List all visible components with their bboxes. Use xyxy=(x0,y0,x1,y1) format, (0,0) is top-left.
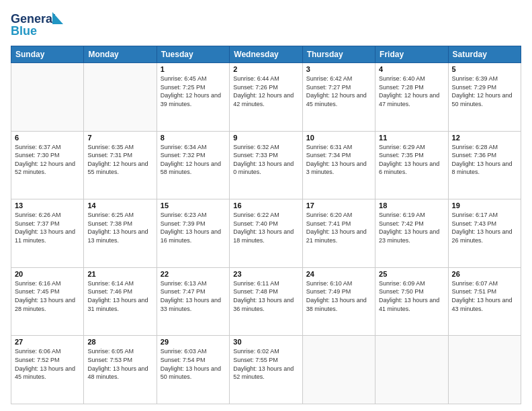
calendar-day-cell: 11Sunrise: 6:29 AM Sunset: 7:35 PM Dayli… xyxy=(375,131,448,199)
calendar-day-cell: 24Sunrise: 6:10 AM Sunset: 7:49 PM Dayli… xyxy=(302,267,375,336)
day-of-week-header: Thursday xyxy=(302,46,375,63)
calendar-header-row: SundayMondayTuesdayWednesdayThursdayFrid… xyxy=(11,46,521,63)
day-info: Sunrise: 6:16 AM Sunset: 7:45 PM Dayligh… xyxy=(15,279,80,313)
day-number: 7 xyxy=(87,134,152,142)
day-number: 30 xyxy=(233,338,298,346)
calendar-week-row: 13Sunrise: 6:26 AM Sunset: 7:37 PM Dayli… xyxy=(11,199,521,268)
logo-svg: GeneralBlue xyxy=(11,11,64,40)
day-info: Sunrise: 6:35 AM Sunset: 7:31 PM Dayligh… xyxy=(87,143,152,177)
calendar-day-cell xyxy=(448,336,521,404)
day-number: 3 xyxy=(306,65,371,73)
calendar-day-cell: 6Sunrise: 6:37 AM Sunset: 7:30 PM Daylig… xyxy=(11,131,84,199)
calendar-day-cell: 20Sunrise: 6:16 AM Sunset: 7:45 PM Dayli… xyxy=(11,267,84,336)
page-header: GeneralBlue xyxy=(11,11,521,40)
day-number: 29 xyxy=(161,338,226,346)
day-info: Sunrise: 6:32 AM Sunset: 7:33 PM Dayligh… xyxy=(233,143,298,177)
logo: GeneralBlue xyxy=(11,11,64,40)
day-info: Sunrise: 6:45 AM Sunset: 7:25 PM Dayligh… xyxy=(161,75,226,108)
day-number: 2 xyxy=(233,65,298,73)
calendar-week-row: 27Sunrise: 6:06 AM Sunset: 7:52 PM Dayli… xyxy=(11,336,521,404)
day-info: Sunrise: 6:05 AM Sunset: 7:53 PM Dayligh… xyxy=(87,347,152,381)
calendar-day-cell: 8Sunrise: 6:34 AM Sunset: 7:32 PM Daylig… xyxy=(157,131,229,199)
day-info: Sunrise: 6:13 AM Sunset: 7:47 PM Dayligh… xyxy=(161,279,226,313)
calendar-day-cell: 3Sunrise: 6:42 AM Sunset: 7:27 PM Daylig… xyxy=(302,63,375,132)
day-number: 23 xyxy=(233,270,298,278)
calendar-day-cell: 26Sunrise: 6:07 AM Sunset: 7:51 PM Dayli… xyxy=(448,267,521,336)
day-info: Sunrise: 6:39 AM Sunset: 7:29 PM Dayligh… xyxy=(452,75,517,108)
day-info: Sunrise: 6:26 AM Sunset: 7:37 PM Dayligh… xyxy=(15,211,80,244)
calendar-day-cell: 25Sunrise: 6:09 AM Sunset: 7:50 PM Dayli… xyxy=(375,267,448,336)
day-number: 15 xyxy=(161,201,226,210)
day-number: 5 xyxy=(452,65,517,73)
calendar-day-cell xyxy=(302,336,375,404)
day-number: 22 xyxy=(161,270,226,278)
day-of-week-header: Tuesday xyxy=(157,46,229,63)
calendar-day-cell: 10Sunrise: 6:31 AM Sunset: 7:34 PM Dayli… xyxy=(302,131,375,199)
calendar-day-cell: 19Sunrise: 6:17 AM Sunset: 7:43 PM Dayli… xyxy=(448,199,521,268)
calendar-day-cell xyxy=(84,63,157,132)
day-info: Sunrise: 6:44 AM Sunset: 7:26 PM Dayligh… xyxy=(233,75,298,108)
calendar-day-cell: 5Sunrise: 6:39 AM Sunset: 7:29 PM Daylig… xyxy=(448,63,521,132)
day-number: 16 xyxy=(233,201,298,210)
calendar-day-cell xyxy=(11,63,84,132)
calendar-day-cell: 15Sunrise: 6:23 AM Sunset: 7:39 PM Dayli… xyxy=(157,199,229,268)
day-info: Sunrise: 6:19 AM Sunset: 7:42 PM Dayligh… xyxy=(379,211,444,244)
day-number: 13 xyxy=(15,201,80,210)
day-info: Sunrise: 6:14 AM Sunset: 7:46 PM Dayligh… xyxy=(87,279,152,313)
day-info: Sunrise: 6:31 AM Sunset: 7:34 PM Dayligh… xyxy=(306,143,371,177)
day-number: 6 xyxy=(15,134,80,142)
day-number: 8 xyxy=(161,134,226,142)
day-number: 28 xyxy=(87,338,152,346)
calendar-day-cell: 16Sunrise: 6:22 AM Sunset: 7:40 PM Dayli… xyxy=(230,199,302,268)
calendar-day-cell: 23Sunrise: 6:11 AM Sunset: 7:48 PM Dayli… xyxy=(230,267,302,336)
day-number: 25 xyxy=(379,270,444,278)
calendar-week-row: 20Sunrise: 6:16 AM Sunset: 7:45 PM Dayli… xyxy=(11,267,521,336)
day-info: Sunrise: 6:23 AM Sunset: 7:39 PM Dayligh… xyxy=(161,211,226,244)
day-number: 14 xyxy=(87,201,152,210)
day-number: 24 xyxy=(306,270,371,278)
calendar-day-cell: 28Sunrise: 6:05 AM Sunset: 7:53 PM Dayli… xyxy=(84,336,157,404)
day-of-week-header: Monday xyxy=(84,46,157,63)
day-number: 18 xyxy=(379,201,444,210)
calendar-week-row: 1Sunrise: 6:45 AM Sunset: 7:25 PM Daylig… xyxy=(11,63,521,132)
day-info: Sunrise: 6:25 AM Sunset: 7:38 PM Dayligh… xyxy=(87,211,152,244)
day-number: 21 xyxy=(87,270,152,278)
calendar-day-cell: 18Sunrise: 6:19 AM Sunset: 7:42 PM Dayli… xyxy=(375,199,448,268)
day-info: Sunrise: 6:03 AM Sunset: 7:54 PM Dayligh… xyxy=(161,347,226,381)
day-number: 20 xyxy=(15,270,80,278)
calendar-day-cell: 21Sunrise: 6:14 AM Sunset: 7:46 PM Dayli… xyxy=(84,267,157,336)
day-of-week-header: Saturday xyxy=(448,46,521,63)
day-info: Sunrise: 6:10 AM Sunset: 7:49 PM Dayligh… xyxy=(306,279,371,313)
day-info: Sunrise: 6:02 AM Sunset: 7:55 PM Dayligh… xyxy=(233,347,298,381)
day-number: 26 xyxy=(452,270,517,278)
day-number: 17 xyxy=(306,201,371,210)
day-info: Sunrise: 6:17 AM Sunset: 7:43 PM Dayligh… xyxy=(452,211,517,244)
day-info: Sunrise: 6:28 AM Sunset: 7:36 PM Dayligh… xyxy=(452,143,517,177)
calendar-day-cell: 1Sunrise: 6:45 AM Sunset: 7:25 PM Daylig… xyxy=(157,63,229,132)
calendar-day-cell: 12Sunrise: 6:28 AM Sunset: 7:36 PM Dayli… xyxy=(448,131,521,199)
day-number: 19 xyxy=(452,201,517,210)
day-info: Sunrise: 6:22 AM Sunset: 7:40 PM Dayligh… xyxy=(233,211,298,244)
calendar-day-cell: 14Sunrise: 6:25 AM Sunset: 7:38 PM Dayli… xyxy=(84,199,157,268)
day-number: 1 xyxy=(161,65,226,73)
calendar-day-cell: 30Sunrise: 6:02 AM Sunset: 7:55 PM Dayli… xyxy=(230,336,302,404)
svg-text:General: General xyxy=(11,12,56,26)
day-number: 12 xyxy=(452,134,517,142)
day-number: 4 xyxy=(379,65,444,73)
day-info: Sunrise: 6:07 AM Sunset: 7:51 PM Dayligh… xyxy=(452,279,517,313)
day-of-week-header: Wednesday xyxy=(230,46,302,63)
calendar-day-cell: 7Sunrise: 6:35 AM Sunset: 7:31 PM Daylig… xyxy=(84,131,157,199)
day-info: Sunrise: 6:06 AM Sunset: 7:52 PM Dayligh… xyxy=(15,347,80,381)
calendar-day-cell: 4Sunrise: 6:40 AM Sunset: 7:28 PM Daylig… xyxy=(375,63,448,132)
calendar-day-cell: 9Sunrise: 6:32 AM Sunset: 7:33 PM Daylig… xyxy=(230,131,302,199)
calendar-day-cell xyxy=(375,336,448,404)
day-info: Sunrise: 6:34 AM Sunset: 7:32 PM Dayligh… xyxy=(161,143,226,177)
day-info: Sunrise: 6:20 AM Sunset: 7:41 PM Dayligh… xyxy=(306,211,371,244)
day-info: Sunrise: 6:29 AM Sunset: 7:35 PM Dayligh… xyxy=(379,143,444,177)
calendar-table: SundayMondayTuesdayWednesdayThursdayFrid… xyxy=(11,46,521,404)
day-info: Sunrise: 6:42 AM Sunset: 7:27 PM Dayligh… xyxy=(306,75,371,108)
day-info: Sunrise: 6:40 AM Sunset: 7:28 PM Dayligh… xyxy=(379,75,444,108)
calendar-day-cell: 17Sunrise: 6:20 AM Sunset: 7:41 PM Dayli… xyxy=(302,199,375,268)
day-info: Sunrise: 6:11 AM Sunset: 7:48 PM Dayligh… xyxy=(233,279,298,313)
day-info: Sunrise: 6:37 AM Sunset: 7:30 PM Dayligh… xyxy=(15,143,80,177)
